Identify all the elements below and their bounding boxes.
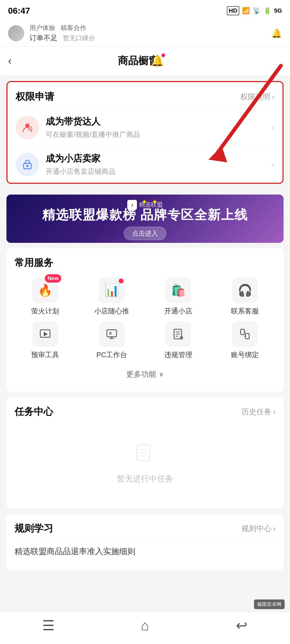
home-icon: ⌂ [141,617,149,634]
influencer-icon [16,116,39,139]
hd-icon: HD [227,6,239,15]
service-pc[interactable]: B PC工作台 [81,321,142,360]
svg-rect-17 [245,334,249,339]
seller-desc: 开通小店售卖店铺商品 [46,167,271,176]
rules-item[interactable]: 精选联盟商品品退率准入实施细则 [15,540,276,562]
bell-badge [161,53,165,57]
become-seller-item[interactable]: 成为小店卖家 开通小店售卖店铺商品 › [8,146,282,183]
wifi-icon: 📡 [253,7,261,14]
permission-header: 权限申请 权限说明 › [8,82,282,109]
permission-link[interactable]: 权限说明 › [240,92,274,102]
kefu-icon: 🎧 [232,277,258,303]
banner-logo: ♪ 精选联盟 [127,200,163,210]
task-empty-text: 暂无进行中任务 [117,473,173,484]
status-icons: HD 📶 📡 🔋 5G [227,6,282,15]
status-time: 06:47 [8,6,30,16]
notification-bar: 用户体验 稿客合作 订单不足 暂无口碑分 🔔 [0,21,290,46]
service-huoying[interactable]: 🔥 New 萤火计划 [15,277,76,316]
chevron-right-icon: › [272,93,274,101]
back-button[interactable]: ‹ [8,55,12,67]
weigui-label: 违规管理 [164,350,192,360]
subtext: 暂无口碑分 [63,34,95,42]
seller-text: 成为小店卖家 开通小店售卖店铺商品 [46,152,271,176]
bottom-navigation: ☰ ⌂ ↩ [0,612,290,644]
chevron-right-icon: › [273,408,276,416]
task-empty-icon [134,442,156,469]
back-nav-button[interactable]: ↩ [226,615,258,636]
menu-icon: ☰ [42,617,55,634]
bell-notif-icon: 🔔 [271,28,282,38]
seller-name: 成为小店卖家 [46,152,271,165]
zhanghao-icon [232,321,258,347]
seller-arrow-icon: › [271,159,274,169]
zhanghao-label: 账号绑定 [231,350,259,360]
influencer-desc: 可在橱窗/视频/直播中推广商品 [46,130,271,139]
pc-icon: B [99,321,125,347]
home-button[interactable]: ⌂ [129,615,161,636]
pc-label: PC工作台 [96,350,127,360]
notification-button[interactable]: 🔔 [151,54,164,67]
back-nav-icon: ↩ [236,617,248,634]
red-dot-badge [119,279,124,283]
5g-label: 5G [274,7,282,14]
header: ‹ 商品橱窗 🔔 [0,46,290,76]
kaitong-icon: 🛍️ [165,277,191,303]
rules-center-link[interactable]: 规则中心 › [241,524,276,534]
signal-icon: 📶 [242,7,250,14]
rules-card: 规则学习 规则中心 › 精选联盟商品品退率准入实施细则 [6,514,284,570]
task-history-link[interactable]: 历史任务 › [241,407,276,417]
main-content: 权限申请 权限说明 › 成为带货达人 可在橱窗/视频/直播中推广商品 › [0,76,290,619]
battery-icon: 🔋 [263,7,271,14]
services-card: 常用服务 🔥 New 萤火计划 📊 小店随心推 🛍️ [6,248,284,392]
user-experience-label: 用户体验 [30,24,55,32]
permission-card: 权限申请 权限说明 › 成为带货达人 可在橱窗/视频/直播中推广商品 › [6,81,284,184]
svg-text:B: B [109,331,112,335]
new-badge: New [45,274,61,283]
svg-point-3 [26,165,28,167]
kefu-label: 联系客服 [231,306,259,316]
service-kefu[interactable]: 🎧 联系客服 [214,277,276,316]
weigui-icon: ✓ [165,321,191,347]
chevron-down-icon: ∨ [159,371,164,378]
influencer-arrow-icon: › [271,122,274,132]
promotional-banner[interactable]: ♪ 精选联盟 ✦ ✦ ✦ 精选联盟爆款榜 品牌专区全新上线 点击进入 [6,195,284,243]
svg-marker-7 [44,332,48,336]
task-card: 任务中心 历史任务 › 暂无进行中任务 [6,397,284,508]
service-weigui[interactable]: ✓ 违规管理 [148,321,209,360]
svg-rect-16 [241,329,244,335]
banner-logo-text: 精选联盟 [139,201,163,209]
user-avatar [8,25,24,41]
influencer-text: 成为带货达人 可在橱窗/视频/直播中推广商品 [46,115,271,139]
task-header: 任务中心 历史任务 › [15,405,276,418]
status-bar: 06:47 HD 📶 📡 🔋 5G [0,0,290,21]
suixin-label: 小店随心推 [94,306,129,316]
seller-icon [16,153,39,176]
partner-label: 稿客合作 [61,24,86,32]
banner-enter-button[interactable]: 点击进入 [124,227,166,240]
huoying-label: 萤火计划 [31,306,59,316]
chevron-right-icon: › [273,524,276,533]
service-kaitong[interactable]: 🛍️ 开通小店 [148,277,209,316]
notification-text: 订单不足 [30,33,57,43]
menu-button[interactable]: ☰ [32,615,64,636]
more-functions-button[interactable]: 更多功能 ∨ [15,365,276,384]
yushen-label: 预审工具 [31,350,59,360]
suixin-icon: 📊 [99,277,125,303]
services-grid: 🔥 New 萤火计划 📊 小店随心推 🛍️ 开通小店 [15,277,276,360]
task-title: 任务中心 [15,405,53,418]
services-title: 常用服务 [15,256,276,269]
rules-header: 规则学习 规则中心 › [15,522,276,535]
svg-text:✓: ✓ [181,336,183,339]
service-yushen[interactable]: 预审工具 [15,321,76,360]
huoying-icon: 🔥 New [32,277,58,303]
permission-title: 权限申请 [16,90,54,103]
become-influencer-item[interactable]: 成为带货达人 可在橱窗/视频/直播中推广商品 › [8,109,282,146]
yushen-icon [32,321,58,347]
task-empty-state: 暂无进行中任务 [15,426,276,500]
watermark: 截图安卓网 [254,599,285,609]
rules-title: 规则学习 [15,522,53,535]
influencer-name: 成为带货达人 [46,115,271,128]
kaitong-label: 开通小店 [164,306,192,316]
service-zhanghao[interactable]: 账号绑定 [214,321,276,360]
service-suixin[interactable]: 📊 小店随心推 [81,277,142,316]
